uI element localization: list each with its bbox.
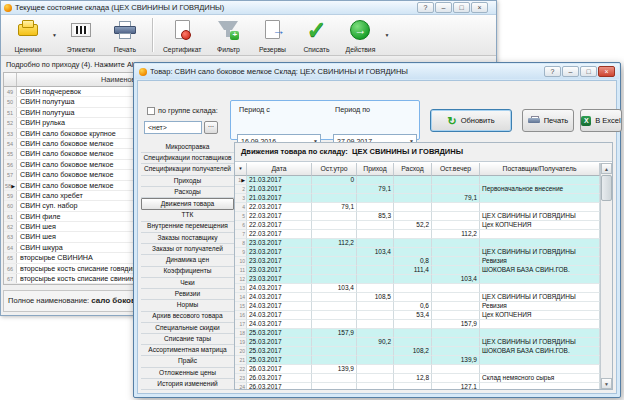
column-header-morning[interactable]: Ост.утро	[312, 163, 357, 176]
cell-evening: 103,4	[432, 275, 480, 284]
chevron-down-icon[interactable]: ▼	[384, 32, 389, 38]
vertical-scrollbar[interactable]: ▲ ▼	[600, 163, 612, 389]
table-row[interactable]: 1▶21.03.20170	[235, 176, 600, 185]
close-button[interactable]: ×	[471, 2, 488, 13]
nav-item-14[interactable]: Ревизии	[141, 289, 234, 300]
table-row[interactable]: 1123.03.2017111,4ШОКОВАЯ БАЗА СВИН.ГОВ.	[235, 266, 600, 275]
nav-item-7[interactable]: ТТК	[141, 210, 234, 221]
table-row[interactable]: 2025.03.2017108,2ШОКОВАЯ БАЗА СВИН.ГОВ.	[235, 347, 600, 356]
row-number: 18	[235, 329, 247, 338]
row-number: 51	[4, 108, 17, 117]
row-number: 52	[4, 118, 17, 127]
column-header-evening[interactable]: Ост.вечер	[432, 163, 480, 176]
column-header-partner[interactable]: Поставщик/Получатель	[480, 163, 600, 176]
table-row[interactable]: 1724.03.2017157,9	[235, 320, 600, 329]
table-row[interactable]: 2125.03.2017139,9	[235, 356, 600, 365]
cell-date: 21.03.2017	[247, 185, 312, 194]
group-combobox[interactable]: <нет>	[144, 121, 202, 134]
table-row[interactable]: 321.03.201779,1	[235, 194, 600, 203]
nav-item-6[interactable]: Движения товара	[141, 198, 234, 210]
price-tags-button[interactable]: Ценники	[6, 17, 50, 54]
maximize-button[interactable]: □	[453, 2, 470, 13]
nav-item-9[interactable]: Заказы поставщику	[141, 233, 234, 244]
column-header-out[interactable]: Расход	[394, 163, 432, 176]
nav-item-21[interactable]: Отложенные цены	[141, 368, 234, 379]
minimize-button[interactable]: –	[435, 2, 452, 13]
column-header-in[interactable]: Приход	[357, 163, 394, 176]
nav-item-10[interactable]: Заказы от получателей	[141, 244, 234, 255]
group-checkbox[interactable]: по группе склада:	[147, 106, 218, 115]
dialog-print-button[interactable]: Печать	[522, 109, 574, 132]
cell-date: 26.03.2017	[247, 383, 312, 389]
table-row[interactable]: 1023.03.20170,8Ревизия	[235, 257, 600, 266]
cell-morning: 103,4	[312, 284, 357, 293]
table-row[interactable]: 1524.03.20170,6Ревизия	[235, 302, 600, 311]
write-off-button[interactable]: ✓ Списать	[294, 17, 338, 54]
nav-item-18[interactable]: Списание тары	[141, 334, 234, 345]
cell-evening	[432, 266, 480, 275]
table-row[interactable]: 1324.03.2017103,4	[235, 284, 600, 293]
checkbox-icon[interactable]	[147, 107, 155, 115]
nav-item-1[interactable]: Микросправка	[141, 142, 234, 153]
scroll-down-icon[interactable]: ▼	[601, 378, 612, 389]
nav-item-5[interactable]: Расходы	[141, 187, 234, 198]
table-row[interactable]: 2326.03.201712,8Склад немясного сырья	[235, 374, 600, 383]
table-row[interactable]: 1825.03.2017157,9	[235, 329, 600, 338]
print-button[interactable]: Печать	[103, 17, 147, 54]
dialog-help-button[interactable]: ?	[544, 66, 561, 77]
nav-item-17[interactable]: Специальные скидки	[141, 323, 234, 334]
full-name-label: Полное наименование:	[8, 296, 89, 305]
nav-item-12[interactable]: Коэффициенты	[141, 267, 234, 278]
table-row[interactable]: 823.03.2017112,2	[235, 239, 600, 248]
browse-button[interactable]: ...	[204, 121, 218, 134]
nav-item-16[interactable]: Архив весового товара	[141, 312, 234, 323]
chevron-down-icon[interactable]: ▼	[52, 32, 57, 38]
table-row[interactable]: 522.03.201785,3ЦЕХ СВИНИНЫ И ГОВЯДИНЫ	[235, 212, 600, 221]
filter-icon[interactable]: ▼	[235, 163, 247, 176]
table-row[interactable]: 2226.03.2017139,9	[235, 365, 600, 374]
cell-partner: ЦЕХ СВИНИНЫ И ГОВЯДИНЫ	[480, 248, 600, 257]
cell-date: 24.03.2017	[247, 320, 312, 329]
table-row[interactable]: 422.03.201779,1	[235, 203, 600, 212]
nav-item-13[interactable]: Чеки	[141, 278, 234, 289]
table-row[interactable]: 221.03.201779,1Первоначальное внесение	[235, 185, 600, 194]
nav-item-15[interactable]: Нормы	[141, 300, 234, 311]
cell-partner: Цех КОПЧЕНИЯ	[480, 311, 600, 320]
table-row[interactable]: 722.03.2017112,2	[235, 230, 600, 239]
reserves-button[interactable]: Резервы	[250, 17, 294, 54]
table-row[interactable]: 1223.03.2017103,4	[235, 275, 600, 284]
certificate-button[interactable]: Сертификат	[158, 17, 207, 54]
cell-partner: Склад немясного сырья	[480, 374, 600, 383]
cell-date: 25.03.2017	[247, 347, 312, 356]
labels-button[interactable]: Этикетки	[59, 17, 103, 54]
table-row[interactable]: 923.03.2017103,4ЦЕХ СВИНИНЫ И ГОВЯДИНЫ	[235, 248, 600, 257]
nav-item-11[interactable]: Динамика цен	[141, 255, 234, 266]
cell-partner	[480, 284, 600, 293]
excel-button[interactable]: X В Excel	[580, 109, 622, 132]
table-row[interactable]: 2426.03.2017127,1	[235, 383, 600, 389]
nav-item-2[interactable]: Спецификации поставщиков	[141, 153, 234, 164]
nav-item-19[interactable]: Ассортиментная матрица	[141, 345, 234, 356]
table-row[interactable]: 1925.03.201790,2ЦЕХ СВИНИНЫ И ГОВЯДИНЫ	[235, 338, 600, 347]
table-row[interactable]: 1424.03.2017108,5ЦЕХ СВИНИНЫ И ГОВЯДИНЫ	[235, 293, 600, 302]
nav-item-3[interactable]: Спецификации получателей	[141, 164, 234, 175]
filter-button[interactable]: + Фильтр	[206, 17, 250, 54]
scrollbar-thumb[interactable]	[601, 175, 612, 201]
dialog-maximize-button[interactable]: □	[580, 66, 597, 77]
dialog-close-button[interactable]: ×	[598, 66, 615, 77]
column-header-date[interactable]: Дата	[247, 163, 312, 176]
actions-button[interactable]: → Действия	[338, 17, 382, 54]
cell-partner	[480, 329, 600, 338]
nav-item-8[interactable]: Внутренние перемещения	[141, 222, 234, 233]
cell-evening: 157,9	[432, 320, 480, 329]
table-row[interactable]: 622.03.201752,2Цех КОПЧЕНИЯ	[235, 221, 600, 230]
nav-item-20[interactable]: Прайс	[141, 356, 234, 367]
nav-item-22[interactable]: История изменений	[141, 379, 234, 390]
scroll-up-icon[interactable]: ▲	[601, 163, 612, 174]
help-button[interactable]: ?	[417, 2, 434, 13]
nav-item-4[interactable]: Приходы	[141, 176, 234, 187]
table-row[interactable]: 1624.03.201753,4Цех КОПЧЕНИЯ	[235, 311, 600, 320]
cell-prihod	[357, 365, 394, 374]
refresh-button[interactable]: ↻ Обновить	[430, 109, 512, 132]
dialog-minimize-button[interactable]: –	[562, 66, 579, 77]
